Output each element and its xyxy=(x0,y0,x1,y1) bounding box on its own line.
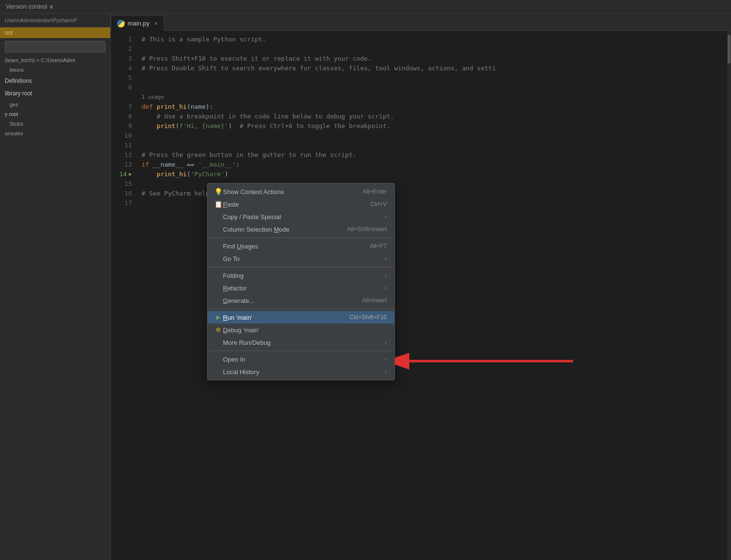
code-line-11 xyxy=(142,141,721,150)
menu-item-debug-main[interactable]: ⚙Debug 'main' xyxy=(208,324,394,336)
code-line-14: print_hi('PyCharm') xyxy=(142,169,721,179)
menu-label-go-to: Go To xyxy=(223,255,381,262)
tab-close-button[interactable]: × xyxy=(155,20,158,27)
menu-arrow-copy-paste-special: › xyxy=(385,213,387,220)
sidebar-library-root[interactable]: library root xyxy=(0,87,110,100)
code-line-13: if __name__ == '__main__': xyxy=(142,160,721,169)
menu-item-go-to[interactable]: Go To› xyxy=(208,252,394,265)
code-line-4: # Press Double Shift to search everywher… xyxy=(142,64,721,73)
menu-label-copy-paste-special: Copy / Paste Special xyxy=(223,213,381,221)
menu-arrow-go-to: › xyxy=(385,255,387,262)
editor-area: main.py × 1 2 3 4 5 6 7 8 9 10 11 12 13 … xyxy=(111,13,731,560)
menu-label-open-in: Open In xyxy=(223,356,381,363)
menu-item-local-history[interactable]: Local History› xyxy=(208,365,394,378)
sidebar-consoles[interactable]: onsoles xyxy=(0,129,110,138)
sidebar-path: Users\Administrator\PycharmP xyxy=(0,13,110,27)
menu-shortcut-column-selection-mode: Alt+Shift+Insert xyxy=(347,226,387,233)
menu-item-more-run-debug[interactable]: More Run/Debug› xyxy=(208,336,394,349)
python-icon xyxy=(117,20,125,27)
menu-item-run-main[interactable]: ▶Run 'main'Ctrl+Shift+F10 xyxy=(208,311,394,324)
sidebar-definitions[interactable]: Definitions xyxy=(0,75,110,87)
menu-separator xyxy=(208,351,394,351)
menu-label-show-context-actions: Show Context Actions xyxy=(223,188,355,195)
menu-icon-show-context-actions: 💡 xyxy=(213,188,223,195)
menu-shortcut-show-context-actions: Alt+Enter xyxy=(363,188,387,195)
menu-item-paste[interactable]: 📋PasteCtrl+V xyxy=(208,198,394,210)
line-numbers: 1 2 3 4 5 6 7 8 9 10 11 12 13 14 ▶ 15 16… xyxy=(111,31,136,560)
code-line-10 xyxy=(142,131,721,141)
context-menu: 💡Show Context ActionsAlt+Enter📋PasteCtrl… xyxy=(207,183,395,380)
menu-icon-paste: 📋 xyxy=(213,200,223,208)
title-bar: Version control ∨ xyxy=(0,0,731,13)
menu-label-find-usages: Find Usages xyxy=(223,243,362,250)
code-line-8: # Use a breakpoint in the code line belo… xyxy=(142,112,721,121)
menu-label-paste: Paste xyxy=(223,201,363,208)
menu-label-run-main: Run 'main' xyxy=(223,314,342,321)
code-line-6 xyxy=(142,83,721,92)
code-line-3: # Press Shift+F10 to execute it or repla… xyxy=(142,54,721,64)
menu-shortcut-run-main: Ctrl+Shift+F10 xyxy=(350,314,387,321)
code-line-5 xyxy=(142,73,721,83)
sidebar-packages[interactable]: ges xyxy=(0,100,110,109)
menu-item-copy-paste-special[interactable]: Copy / Paste Special› xyxy=(208,210,394,223)
menu-label-column-selection-mode: Column Selection Mode xyxy=(223,226,339,233)
menu-item-column-selection-mode[interactable]: Column Selection ModeAlt+Shift+Insert xyxy=(208,223,394,235)
menu-item-refactor[interactable]: Refactor› xyxy=(208,282,394,294)
code-line-7: def print_hi(name): xyxy=(142,102,721,112)
code-line-1: # This is a sample Python script. xyxy=(142,35,721,44)
menu-label-more-run-debug: More Run/Debug xyxy=(223,339,381,346)
menu-label-refactor: Refactor xyxy=(223,285,381,292)
code-line-9: print(f'Hi, {name}') # Press Ctrl+8 to t… xyxy=(142,121,721,131)
menu-item-folding[interactable]: Folding› xyxy=(208,269,394,282)
menu-shortcut-paste: Ctrl+V xyxy=(370,201,387,208)
menu-separator xyxy=(208,309,394,309)
sidebar: Users\Administrator\PycharmP oot (learn_… xyxy=(0,13,111,560)
code-editor[interactable]: 1 2 3 4 5 6 7 8 9 10 11 12 13 14 ▶ 15 16… xyxy=(111,31,731,560)
menu-item-generate[interactable]: Generate...Alt+Insert xyxy=(208,294,394,307)
menu-icon-run-main: ▶ xyxy=(213,314,223,321)
sidebar-search-box[interactable] xyxy=(5,41,105,52)
code-line-12: # Press the green button in the gutter t… xyxy=(142,150,721,160)
menu-arrow-local-history: › xyxy=(385,368,387,375)
sidebar-venv[interactable]: (learn_torch) > C:\Users\Admi xyxy=(0,55,110,65)
code-usage-label: 1 usage xyxy=(142,92,721,102)
menu-label-local-history: Local History xyxy=(223,368,381,376)
sidebar-y-root[interactable]: y root xyxy=(0,109,110,119)
tab-main-py[interactable]: main.py × xyxy=(111,15,164,31)
menu-item-show-context-actions[interactable]: 💡Show Context ActionsAlt+Enter xyxy=(208,185,394,198)
code-line-2 xyxy=(142,44,721,54)
menu-item-open-in[interactable]: Open In› xyxy=(208,353,394,365)
menu-label-debug-main: Debug 'main' xyxy=(223,326,387,334)
menu-arrow-more-run-debug: › xyxy=(385,339,387,346)
menu-separator xyxy=(208,237,394,238)
scrollbar-thumb[interactable] xyxy=(728,35,731,64)
menu-arrow-folding: › xyxy=(385,272,387,279)
menu-arrow-refactor: › xyxy=(385,285,387,291)
menu-shortcut-generate: Alt+Insert xyxy=(362,297,387,304)
tab-filename: main.py xyxy=(128,20,150,27)
menu-item-find-usages[interactable]: Find UsagesAlt+F7 xyxy=(208,240,394,252)
sidebar-stubs[interactable]: Stubs xyxy=(0,119,110,129)
menu-label-folding: Folding xyxy=(223,272,381,279)
menu-icon-debug-main: ⚙ xyxy=(213,326,223,333)
menu-arrow-open-in: › xyxy=(385,356,387,363)
menu-separator xyxy=(208,267,394,267)
tab-bar: main.py × xyxy=(111,13,731,31)
version-control-menu[interactable]: Version control ∨ xyxy=(6,3,54,10)
sidebar-skeletons[interactable]: letons xyxy=(0,65,110,75)
menu-label-generate: Generate... xyxy=(223,297,354,304)
scrollbar[interactable] xyxy=(727,31,731,560)
sidebar-root-highlight[interactable]: oot xyxy=(0,27,110,38)
menu-shortcut-find-usages: Alt+F7 xyxy=(370,243,387,249)
